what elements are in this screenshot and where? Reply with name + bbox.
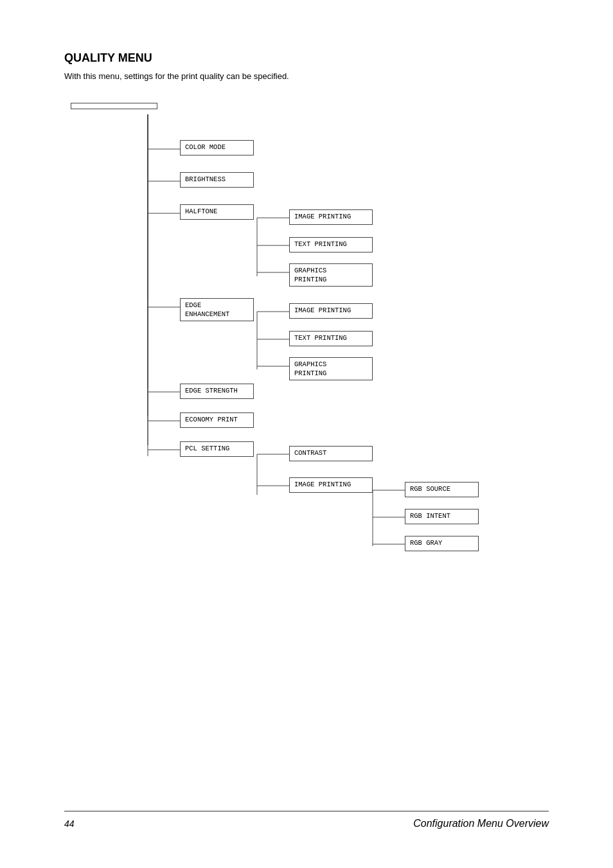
root-node — [71, 103, 157, 109]
rgb-gray-node: RGB GRAY — [405, 536, 479, 551]
halftone-image-node: IMAGE PRINTING — [289, 209, 373, 225]
color-mode-node: COLOR MODE — [180, 140, 254, 155]
pcl-image-node: IMAGE PRINTING — [289, 477, 373, 493]
rgb-intent-node: RGB INTENT — [405, 509, 479, 524]
halftone-graphics-node: GRAPHICS PRINTING — [289, 263, 373, 287]
footer-section-title: Configuration Menu Overview — [413, 818, 549, 829]
economy-print-node: ECONOMY PRINT — [180, 412, 254, 428]
edge-strength-node: EDGE STRENGTH — [180, 384, 254, 399]
rgb-source-node: RGB SOURCE — [405, 482, 479, 497]
edge-graphics-node: GRAPHICS PRINTING — [289, 357, 373, 380]
brightness-node: BRIGHTNESS — [180, 172, 254, 188]
section-desc: With this menu, settings for the print q… — [64, 71, 549, 81]
contrast-node: CONTRAST — [289, 446, 373, 461]
page: QUALITY MENU With this menu, settings fo… — [0, 0, 613, 868]
halftone-node: HALFTONE — [180, 204, 254, 220]
footer-page-number: 44 — [64, 819, 75, 829]
footer: 44 Configuration Menu Overview — [64, 811, 549, 829]
halftone-text-node: TEXT PRINTING — [289, 237, 373, 252]
diagram-wrapper: COLOR MODE BRIGHTNESS HALFTONE IMAGE PRI… — [71, 96, 508, 559]
edge-text-node: TEXT PRINTING — [289, 331, 373, 346]
edge-enhancement-node: EDGE ENHANCEMENT — [180, 298, 254, 321]
section-title: QUALITY MENU — [64, 51, 549, 65]
pcl-setting-node: PCL SETTING — [180, 441, 254, 457]
edge-image-node: IMAGE PRINTING — [289, 303, 373, 319]
